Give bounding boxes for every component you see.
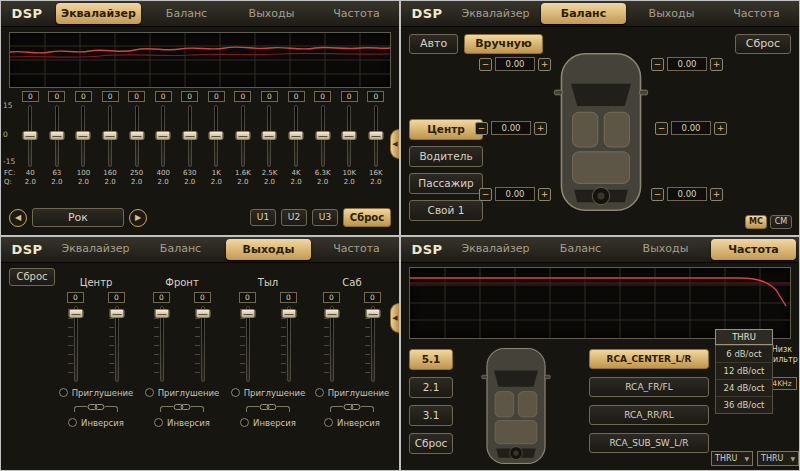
tab-equalizer[interactable]: Эквалайзер — [453, 1, 538, 27]
band-slider[interactable] — [108, 105, 112, 167]
thru-select-a[interactable]: THRU▼ — [711, 451, 753, 466]
tab-equalizer[interactable]: Эквалайзер — [53, 237, 138, 263]
rca-front-button[interactable]: RCA_FR/FL — [589, 377, 709, 397]
channel-link-toggle[interactable] — [225, 402, 311, 412]
memory-u3-button[interactable]: U3 — [312, 209, 338, 226]
output-slider[interactable] — [246, 306, 250, 382]
rca-rear-button[interactable]: RCA_RR/RL — [589, 405, 709, 425]
plus-button[interactable]: + — [710, 188, 723, 201]
slider-thumb[interactable] — [235, 131, 250, 140]
preset-next-button[interactable]: ▶ — [129, 209, 147, 227]
channel-link-toggle[interactable] — [309, 402, 395, 412]
slope-option-36db[interactable]: 36 dB/oct — [716, 396, 772, 413]
tab-equalizer[interactable]: Эквалайзер — [453, 237, 538, 263]
mode-3-1-button[interactable]: 3.1 — [409, 405, 453, 426]
panel-slide-handle[interactable]: ◀ — [390, 129, 399, 159]
position-passenger-button[interactable]: Пассажир — [409, 173, 483, 194]
mode-5-1-button[interactable]: 5.1 — [409, 349, 453, 370]
band-slider[interactable] — [241, 105, 245, 167]
plus-button[interactable]: + — [538, 58, 551, 71]
invert-checkbox[interactable] — [154, 418, 163, 427]
slider-thumb[interactable] — [103, 131, 118, 140]
tab-equalizer[interactable]: Эквалайзер — [56, 3, 141, 24]
tab-frequency[interactable]: Частота — [314, 237, 399, 263]
slider-thumb[interactable] — [342, 131, 357, 140]
plus-button[interactable]: + — [538, 188, 551, 201]
minus-button[interactable]: − — [651, 58, 664, 71]
plus-button[interactable]: + — [714, 122, 727, 135]
mute-checkbox[interactable] — [315, 388, 324, 397]
tab-frequency[interactable]: Частота — [711, 239, 796, 260]
preset-prev-button[interactable]: ◀ — [9, 209, 27, 227]
manual-mode-button[interactable]: Вручную — [464, 34, 542, 54]
balance-reset-button[interactable]: Сброс — [735, 34, 791, 54]
slider-thumb[interactable] — [365, 309, 380, 318]
slider-thumb[interactable] — [240, 309, 255, 318]
rca-center-button[interactable]: RCA_CENTER_L/R — [589, 349, 709, 369]
panel-slide-handle[interactable]: ◀ — [390, 303, 399, 333]
minus-button[interactable]: − — [655, 122, 668, 135]
outputs-reset-button[interactable]: Сброс — [9, 268, 55, 286]
output-slider[interactable] — [287, 306, 291, 382]
slider-thumb[interactable] — [368, 131, 383, 140]
output-slider[interactable] — [201, 306, 205, 382]
eq-reset-button[interactable]: Сброс — [343, 208, 391, 227]
slider-thumb[interactable] — [129, 131, 144, 140]
slider-thumb[interactable] — [109, 309, 124, 318]
plus-button[interactable]: + — [710, 58, 723, 71]
mc-toggle-button[interactable]: MC — [745, 215, 767, 229]
output-slider[interactable] — [371, 306, 375, 382]
band-slider[interactable] — [81, 105, 85, 167]
band-slider[interactable] — [321, 105, 325, 167]
position-center-button[interactable]: Центр — [409, 119, 483, 140]
minus-button[interactable]: − — [479, 188, 492, 201]
minus-button[interactable]: − — [475, 122, 488, 135]
tab-outputs[interactable]: Выходы — [623, 237, 708, 263]
slider-thumb[interactable] — [209, 131, 224, 140]
position-driver-button[interactable]: Водитель — [409, 146, 483, 167]
slope-option-6db[interactable]: 6 dB/oct — [716, 345, 772, 362]
slider-thumb[interactable] — [68, 309, 83, 318]
band-slider[interactable] — [214, 105, 218, 167]
slider-thumb[interactable] — [315, 131, 330, 140]
slider-thumb[interactable] — [182, 131, 197, 140]
slope-option-12db[interactable]: 12 dB/oct — [716, 362, 772, 379]
channel-link-toggle[interactable] — [53, 402, 139, 412]
mute-checkbox[interactable] — [59, 388, 68, 397]
slider-thumb[interactable] — [262, 131, 277, 140]
slider-thumb[interactable] — [281, 309, 296, 318]
channel-link-toggle[interactable] — [139, 402, 225, 412]
band-slider[interactable] — [55, 105, 59, 167]
preset-select[interactable]: Рок — [32, 208, 124, 227]
invert-checkbox[interactable] — [324, 418, 333, 427]
thru-select-b[interactable]: THRU▼ — [757, 451, 799, 466]
band-slider[interactable] — [188, 105, 192, 167]
position-custom-button[interactable]: Свой 1 — [409, 200, 483, 221]
slider-thumb[interactable] — [154, 309, 169, 318]
frequency-reset-button[interactable]: Сброс — [409, 433, 453, 454]
tab-outputs[interactable]: Выходы — [229, 1, 314, 27]
slider-thumb[interactable] — [289, 131, 304, 140]
tab-balance[interactable]: Баланс — [541, 3, 626, 24]
band-slider[interactable] — [28, 105, 32, 167]
slider-thumb[interactable] — [23, 131, 38, 140]
memory-u1-button[interactable]: U1 — [250, 209, 276, 226]
band-slider[interactable] — [294, 105, 298, 167]
tab-frequency[interactable]: Частота — [314, 1, 399, 27]
slope-option-24db[interactable]: 24 dB/oct — [716, 379, 772, 396]
mode-2-1-button[interactable]: 2.1 — [409, 377, 453, 398]
slider-thumb[interactable] — [324, 309, 339, 318]
slider-thumb[interactable] — [49, 131, 64, 140]
cm-toggle-button[interactable]: CM — [770, 215, 792, 229]
band-slider[interactable] — [347, 105, 351, 167]
plus-button[interactable]: + — [534, 122, 547, 135]
output-slider[interactable] — [115, 306, 119, 382]
output-slider[interactable] — [160, 306, 164, 382]
slider-thumb[interactable] — [195, 309, 210, 318]
memory-u2-button[interactable]: U2 — [281, 209, 307, 226]
output-slider[interactable] — [74, 306, 78, 382]
slope-dropdown-selected[interactable]: THRU — [715, 329, 773, 345]
auto-mode-button[interactable]: Авто — [409, 34, 458, 54]
invert-checkbox[interactable] — [240, 418, 249, 427]
minus-button[interactable]: − — [479, 58, 492, 71]
